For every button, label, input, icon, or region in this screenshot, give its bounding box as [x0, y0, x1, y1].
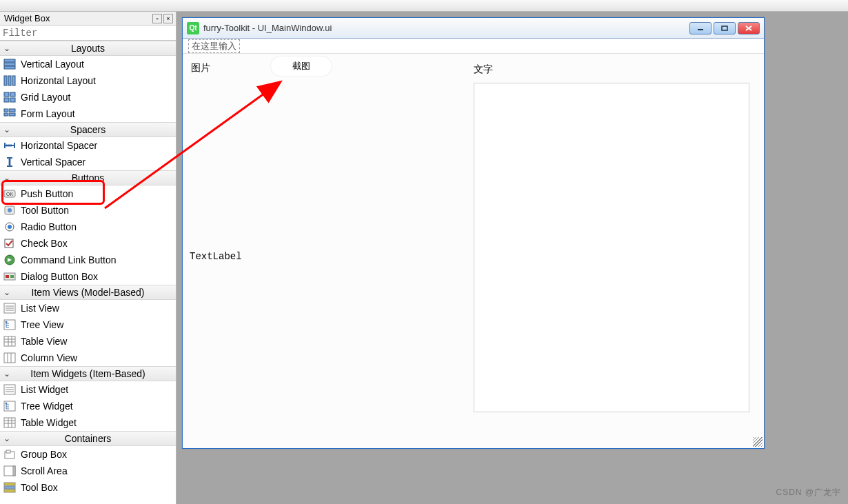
svg-rect-23 [6, 275, 9, 278]
widget-item-dialog-button-box[interactable]: Dialog Button Box [0, 268, 176, 285]
widget-item-label: Radio Button [21, 221, 176, 232]
treeview-icon [3, 400, 17, 412]
widget-item-tool-button[interactable]: Tool Button [0, 202, 176, 219]
tableview-icon [3, 416, 17, 429]
mdi-area: Qt furry-Toolkit - UI_MainWindow.ui 在这里输… [176, 12, 848, 504]
textedit-widget[interactable] [474, 83, 749, 412]
widget-item-tree-widget[interactable]: Tree Widget [0, 398, 176, 414]
pushbutton-icon: OK [3, 188, 17, 200]
resize-grip-icon[interactable] [753, 437, 763, 447]
hspacer-icon [3, 139, 17, 152]
widget-item-label: List Widget [21, 384, 176, 395]
svg-point-30 [6, 321, 8, 323]
widget-item-group-box[interactable]: Group Box [0, 446, 176, 463]
widget-item-label: Command Link Button [21, 254, 176, 265]
category-header-item-widgets-item-based-[interactable]: ⌄Item Widgets (Item-Based) [0, 366, 176, 381]
widget-item-vertical-spacer[interactable]: Vertical Spacer [0, 154, 176, 170]
svg-rect-5 [12, 76, 15, 85]
widget-item-label: Vertical Spacer [21, 157, 176, 168]
widget-item-check-box[interactable]: Check Box [0, 235, 176, 252]
form-menubar[interactable]: 在这里输入 [183, 39, 764, 54]
category-header-item-views-model-based-[interactable]: ⌄Item Views (Model-Based) [0, 285, 176, 300]
dock-float-button[interactable]: ▫ [152, 14, 162, 23]
category-header-layouts[interactable]: ⌄Layouts [0, 41, 176, 56]
widget-box-dock: Widget Box ▫ × ⌄LayoutsVertical LayoutHo… [0, 12, 176, 504]
listview-icon [3, 383, 17, 396]
svg-rect-8 [4, 98, 9, 102]
label-textlabel[interactable]: TextLabel [190, 251, 242, 262]
chevron-down-icon: ⌄ [0, 173, 14, 183]
widget-item-grid-layout[interactable]: Grid Layout [0, 89, 176, 105]
vlayout-icon [3, 58, 17, 70]
widget-item-label: Tool Box [21, 482, 176, 493]
svg-rect-3 [4, 76, 7, 85]
subwindow-close-button[interactable] [738, 22, 760, 34]
category-header-buttons[interactable]: ⌄Buttons [0, 170, 176, 185]
columnview-icon [3, 352, 17, 364]
widget-item-tree-view[interactable]: Tree View [0, 316, 176, 333]
widget-item-vertical-layout[interactable]: Vertical Layout [0, 56, 176, 72]
widget-filter-input[interactable] [0, 26, 176, 41]
subwindow-titlebar[interactable]: Qt furry-Toolkit - UI_MainWindow.ui [183, 18, 764, 39]
groupbox-icon [3, 448, 17, 461]
chevron-down-icon: ⌄ [0, 43, 14, 53]
widget-item-label: Scroll Area [21, 465, 176, 476]
widget-item-label: Table Widget [21, 417, 176, 428]
category-header-containers[interactable]: ⌄Containers [0, 431, 176, 446]
toolbutton-icon [3, 204, 17, 216]
svg-rect-54 [4, 483, 15, 485]
widget-item-horizontal-spacer[interactable]: Horizontal Spacer [0, 137, 176, 154]
button-screenshot[interactable]: 截图 [271, 57, 332, 76]
label-text[interactable]: 文字 [474, 63, 493, 76]
widget-item-list-widget[interactable]: List Widget [0, 381, 176, 398]
chevron-down-icon: ⌄ [0, 288, 14, 297]
dock-title-label: Widget Box [4, 13, 50, 23]
chevron-down-icon: ⌄ [0, 125, 14, 134]
widget-item-label: Tree Widget [21, 401, 176, 412]
category-label: Buttons [14, 172, 176, 183]
svg-rect-1 [4, 63, 15, 65]
svg-rect-9 [10, 98, 15, 102]
svg-rect-7 [10, 92, 15, 97]
cmdlink-icon [3, 254, 17, 266]
widget-item-label: Grid Layout [21, 92, 176, 103]
subwindow-maximize-button[interactable] [714, 22, 736, 34]
subwindow-minimize-button[interactable] [689, 22, 711, 34]
widget-item-label: List View [21, 303, 176, 314]
widget-item-label: Vertical Layout [21, 59, 176, 70]
svg-rect-53 [13, 466, 15, 476]
widget-item-tool-box[interactable]: Tool Box [0, 479, 176, 496]
treeview-icon [3, 319, 17, 331]
widget-item-table-view[interactable]: Table View [0, 333, 176, 350]
widget-item-radio-button[interactable]: Radio Button [0, 219, 176, 235]
category-label: Item Widgets (Item-Based) [14, 368, 176, 379]
toolbox-icon [3, 481, 17, 494]
widget-tree[interactable]: ⌄LayoutsVertical LayoutHorizontal Layout… [0, 41, 176, 504]
widget-item-horizontal-layout[interactable]: Horizontal Layout [0, 72, 176, 89]
widget-item-scroll-area[interactable]: Scroll Area [0, 463, 176, 479]
widget-item-column-view[interactable]: Column View [0, 350, 176, 366]
gridlayout-icon [3, 91, 17, 103]
svg-rect-36 [4, 353, 15, 363]
widget-item-table-widget[interactable]: Table Widget [0, 414, 176, 431]
widget-item-label: Horizontal Spacer [21, 140, 176, 151]
widget-item-label: Check Box [21, 238, 176, 249]
label-image[interactable]: 图片 [191, 62, 210, 74]
widget-item-form-layout[interactable]: Form Layout [0, 105, 176, 122]
dock-close-button[interactable]: × [163, 14, 173, 23]
category-label: Spacers [14, 124, 176, 135]
category-header-spacers[interactable]: ⌄Spacers [0, 122, 176, 137]
widget-item-command-link-button[interactable]: Command Link Button [0, 252, 176, 268]
widget-item-push-button[interactable]: OKPush Button [0, 185, 176, 202]
menubar-type-here[interactable]: 在这里输入 [188, 39, 240, 53]
form-canvas[interactable]: 图片 截图 文字 TextLabel [183, 54, 764, 448]
subwindow-title: furry-Toolkit - UI_MainWindow.ui [203, 23, 689, 33]
svg-rect-31 [4, 336, 15, 346]
formlayout-icon [3, 108, 17, 120]
svg-rect-6 [4, 92, 9, 97]
scrollarea-icon [3, 465, 17, 477]
widget-item-label: Push Button [21, 188, 176, 199]
widget-item-label: Horizontal Layout [21, 75, 176, 86]
form-subwindow[interactable]: Qt furry-Toolkit - UI_MainWindow.ui 在这里输… [182, 17, 765, 449]
widget-item-list-view[interactable]: List View [0, 300, 176, 316]
